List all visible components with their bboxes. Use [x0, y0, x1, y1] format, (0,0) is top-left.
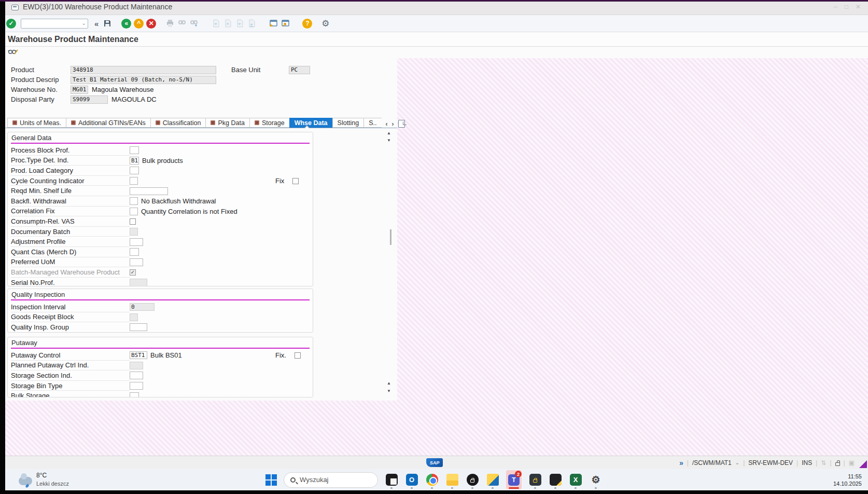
- tab-icon: [156, 120, 160, 125]
- collapse-toolbar-icon[interactable]: «: [93, 19, 100, 28]
- first-page-icon[interactable]: [211, 19, 220, 28]
- form-row: Adjustment Profile: [11, 237, 310, 247]
- fix-checkbox[interactable]: [292, 178, 299, 184]
- tab-label: Whse Data: [295, 119, 328, 127]
- create-shortcut-icon[interactable]: [281, 19, 290, 28]
- quant-clas-field[interactable]: [130, 248, 139, 256]
- scroll-page-down-icon[interactable]: ▼: [387, 389, 391, 393]
- base-unit-field[interactable]: PC: [289, 66, 310, 74]
- customize-gear-icon[interactable]: ⚙: [321, 18, 329, 29]
- tab-scroll-left-icon[interactable]: ‹: [386, 120, 388, 128]
- search-input[interactable]: Wyszukaj: [284, 472, 378, 488]
- help-icon[interactable]: ?: [302, 19, 312, 29]
- display-change-glasses-icon[interactable]: [8, 48, 18, 58]
- status-bar: SAP » | /SCWM/MAT1 ⌄ | SRV-EWM-DEV | INS…: [0, 456, 868, 469]
- minimize-icon[interactable]: –: [834, 3, 837, 10]
- scroll-up-icon[interactable]: ▲: [387, 131, 391, 135]
- disposal-field[interactable]: S9099: [71, 95, 108, 104]
- taskbar-app-privacy[interactable]: [466, 470, 479, 489]
- taskbar-app-keepass[interactable]: [528, 470, 542, 489]
- tab-overview-icon[interactable]: [398, 120, 405, 128]
- product-descrip-field[interactable]: Test B1 Material 09 (Batch, no-S/N): [71, 76, 216, 84]
- bulk-storage-field[interactable]: [130, 392, 139, 397]
- field-label: Cycle Counting Indicator: [11, 176, 130, 186]
- process-block-prof-field[interactable]: [130, 146, 139, 154]
- command-field[interactable]: ⌄: [21, 19, 88, 29]
- find-icon[interactable]: [177, 19, 187, 28]
- taskbar-app-settings[interactable]: ⚙: [589, 470, 603, 489]
- tab-classification[interactable]: Classification: [150, 118, 206, 128]
- tab-scroll-right-icon[interactable]: ›: [392, 120, 394, 128]
- unlock-icon[interactable]: [835, 462, 840, 466]
- field-label: Planned Putaway Ctrl Ind.: [11, 361, 130, 371]
- backfl-withdrawal-field[interactable]: [130, 197, 138, 205]
- tab-additional-gtins[interactable]: Additional GTINs/EANs: [66, 118, 150, 128]
- form-row: Serial No.Prof.: [11, 278, 310, 286]
- tab-units-of-meas[interactable]: Units of Meas.: [7, 118, 66, 128]
- form-row: Batch-Managed Warehouse Product ✓: [11, 267, 310, 278]
- taskbar-app-sap-logon[interactable]: [486, 470, 499, 489]
- tab-whse-data[interactable]: Whse Data: [289, 118, 332, 128]
- taskbar-app-notes[interactable]: [549, 470, 562, 489]
- form-row: Putaway Control BST1 Bulk BS01 Fix.: [11, 350, 310, 361]
- weather-widget[interactable]: 8°C Lekki deszcz: [19, 472, 69, 487]
- consumptn-rel-vas-checkbox[interactable]: [130, 218, 136, 225]
- product-field[interactable]: 348918: [71, 66, 216, 74]
- adjustment-profile-field[interactable]: [130, 238, 143, 246]
- preferred-uom-field[interactable]: [130, 258, 143, 266]
- status-overflow-icon[interactable]: »: [679, 459, 683, 467]
- print-icon[interactable]: [165, 19, 175, 28]
- folder-icon: [446, 474, 458, 486]
- putaway-fix-checkbox[interactable]: [295, 352, 301, 359]
- chevron-down-icon[interactable]: ⌄: [735, 460, 739, 465]
- reqd-min-shelf-life-field[interactable]: [130, 187, 168, 195]
- taskbar-app-teams[interactable]: T 2: [506, 470, 522, 489]
- last-page-icon[interactable]: [247, 19, 256, 28]
- photos-icon: [386, 474, 398, 486]
- chevron-down-icon[interactable]: ⌄: [82, 20, 86, 26]
- taskbar-clock[interactable]: 11:55 14.10.2025: [833, 473, 862, 488]
- tab-storage[interactable]: Storage: [249, 118, 289, 128]
- status-transaction[interactable]: /SCWM/MAT1: [692, 459, 732, 466]
- taskbar-app-photos[interactable]: [385, 470, 398, 489]
- putaway-control-field[interactable]: BST1: [130, 351, 147, 359]
- storage-section-ind-field[interactable]: [130, 372, 143, 379]
- save-icon[interactable]: [103, 19, 112, 28]
- prod-load-category-field[interactable]: [130, 167, 139, 174]
- new-session-icon[interactable]: ★: [269, 19, 278, 28]
- correlation-fix-field[interactable]: [130, 208, 138, 215]
- start-button[interactable]: [265, 474, 277, 486]
- storage-bin-type-field[interactable]: [130, 382, 143, 390]
- tab-pkg-data[interactable]: Pkg Data: [205, 118, 249, 128]
- tab-label: Pkg Data: [218, 119, 244, 127]
- tab-label: Storage: [262, 119, 285, 127]
- sap-window: EWD(3)/100 Warehouse Product Maintenance…: [0, 0, 868, 494]
- resize-corner-icon[interactable]: [859, 460, 867, 468]
- enter-icon[interactable]: ✓: [6, 19, 16, 29]
- form-row: Quality Insp. Group: [11, 322, 310, 333]
- warehouse-field[interactable]: MG01: [71, 86, 88, 94]
- scroll-down-icon[interactable]: ▼: [387, 139, 391, 143]
- page-up-icon[interactable]: [223, 19, 232, 28]
- taskbar-app-excel[interactable]: X: [569, 470, 582, 489]
- scrollbar-thumb[interactable]: [390, 229, 391, 245]
- field-label: Adjustment Profile: [11, 237, 130, 247]
- find-next-icon[interactable]: [189, 19, 199, 28]
- cancel-icon[interactable]: ✕: [146, 19, 156, 29]
- page-down-icon[interactable]: [235, 19, 244, 28]
- maximize-icon[interactable]: □: [845, 3, 848, 10]
- taskbar-app-outlook[interactable]: O: [405, 470, 418, 489]
- close-icon[interactable]: ✕: [856, 3, 861, 10]
- tab-truncated[interactable]: S..: [363, 118, 381, 128]
- field-label: Bulk Storage: [11, 391, 130, 397]
- quality-insp-group-field[interactable]: [130, 323, 147, 331]
- taskbar-app-explorer[interactable]: [445, 470, 459, 489]
- exit-icon[interactable]: ^: [134, 19, 144, 29]
- proc-type-det-ind-field[interactable]: B1: [130, 157, 139, 164]
- back-icon[interactable]: «: [121, 19, 131, 29]
- tab-slotting[interactable]: Slotting: [332, 118, 364, 128]
- scroll-page-up-icon[interactable]: ▲: [387, 381, 391, 386]
- taskbar-app-chrome[interactable]: [425, 470, 439, 489]
- field-label: Proc.Type Det. Ind.: [11, 156, 130, 166]
- cycle-counting-field[interactable]: [130, 177, 138, 185]
